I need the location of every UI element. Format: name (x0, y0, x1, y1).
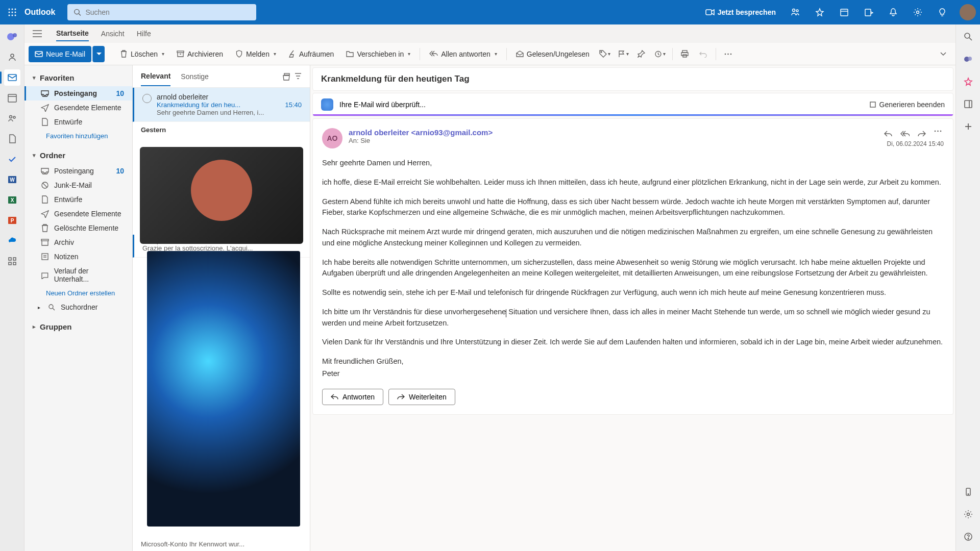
meet-now-label: Jetzt besprechen (718, 8, 776, 16)
right-rail-ribbon-icon[interactable] (960, 73, 976, 90)
search-input[interactable] (85, 8, 250, 16)
flag-button[interactable]: ▾ (615, 46, 631, 62)
select-all-icon[interactable] (282, 72, 290, 81)
rail-powerpoint-icon[interactable]: P (4, 212, 20, 229)
list-tab-focused[interactable]: Relevant (141, 67, 170, 86)
premium-icon[interactable] (808, 0, 831, 24)
rail-people-icon[interactable] (4, 110, 20, 127)
nav-searchfolders[interactable]: ▸Suchordner (24, 300, 132, 314)
nav-drafts2[interactable]: Entwürfe (24, 192, 132, 207)
app-name[interactable]: Outlook (24, 8, 55, 17)
favorites-section[interactable]: ▾Favoriten (24, 69, 132, 86)
notifications-icon[interactable] (882, 0, 904, 24)
print-button[interactable] (677, 46, 693, 62)
nav-deleted[interactable]: Gelöschte Elemente (24, 221, 132, 235)
nav-drafts[interactable]: Entwürfe (24, 115, 132, 129)
calendar-peek-icon[interactable] (833, 0, 855, 24)
forward-icon[interactable] (916, 128, 928, 139)
highlight-1: unvorhergesehene (444, 308, 506, 316)
rail-excel-icon[interactable]: X (4, 192, 20, 208)
rail-contacts-icon[interactable] (4, 49, 20, 65)
svg-point-76 (935, 131, 936, 132)
nav-sent[interactable]: Gesendete Elemente (24, 101, 132, 115)
message-list: Relevant Sonstige arnold oberleiter Kran… (133, 65, 310, 551)
tab-view[interactable]: Ansicht (101, 27, 125, 41)
sender-name[interactable]: arnold oberleiter <arnio93@gmail.com> (349, 128, 876, 137)
undo-button[interactable] (695, 46, 712, 62)
right-rail-search-icon[interactable] (960, 29, 976, 45)
filter-icon[interactable] (295, 72, 302, 81)
right-rail-phone-icon[interactable] (960, 484, 976, 500)
settings-icon[interactable] (906, 0, 929, 24)
forward-button[interactable]: Weiterleiten (388, 389, 455, 405)
svg-rect-33 (9, 258, 11, 260)
folders-section[interactable]: ▾Ordner (24, 147, 132, 164)
snooze-button[interactable]: ▾ (652, 46, 668, 62)
teams-icon[interactable] (784, 0, 806, 24)
archive-button[interactable]: Archivieren (172, 46, 228, 62)
rail-word-icon[interactable]: W (4, 171, 20, 188)
collapse-ribbon-icon[interactable] (935, 46, 951, 62)
body-p8: Vielen Dank für Ihr Verständnis und Ihre… (322, 337, 944, 348)
new-mail-split[interactable] (92, 46, 105, 62)
checkbox-icon[interactable] (142, 94, 152, 103)
read-unread-button[interactable]: Gelesen/Ungelesen (511, 46, 595, 62)
stop-generating-button[interactable]: Generieren beenden (869, 101, 945, 109)
svg-point-9 (75, 9, 79, 14)
tips-icon[interactable] (931, 0, 953, 24)
svg-rect-66 (42, 254, 48, 260)
rail-mail-icon[interactable] (4, 69, 20, 86)
rail-files-icon[interactable] (4, 131, 20, 147)
nav-history[interactable]: Verlauf der Unterhalt... (24, 264, 132, 286)
right-rail-settings2-icon[interactable] (960, 506, 976, 522)
msg-item-1[interactable]: arnold oberleiter Krankmeldung für den h… (133, 88, 310, 122)
right-rail-add-icon[interactable] (960, 118, 976, 135)
rail-more-apps-icon[interactable] (4, 253, 20, 269)
nav-notes[interactable]: Notizen (24, 249, 132, 264)
groups-section[interactable]: ▸Gruppen (24, 318, 132, 335)
profile-avatar[interactable] (960, 4, 976, 20)
nav-junk[interactable]: Junk-E-Mail (24, 178, 132, 192)
archive-icon (177, 50, 184, 58)
more-actions-icon[interactable] (932, 128, 944, 134)
tab-home[interactable]: Startseite (56, 26, 89, 41)
new-folder[interactable]: Neuen Ordner erstellen (24, 286, 132, 300)
rail-todo-icon[interactable] (4, 151, 20, 167)
chevron-down-icon: ▾ (408, 51, 410, 57)
rail-onedrive-icon[interactable] (4, 233, 20, 249)
hamburger-icon[interactable] (33, 30, 42, 37)
app-launcher-icon[interactable] (4, 4, 20, 20)
more-button[interactable] (720, 46, 737, 62)
right-rail-copilot-icon[interactable] (960, 51, 976, 67)
right-rail-help-icon[interactable] (960, 529, 976, 545)
pin-button[interactable] (633, 46, 650, 62)
move-button[interactable]: Verschieben in▾ (341, 46, 415, 62)
tab-help[interactable]: Hilfe (137, 27, 151, 41)
nav-archive[interactable]: Archiv (24, 235, 132, 249)
svg-rect-71 (284, 73, 289, 75)
my-day-icon[interactable] (857, 0, 880, 24)
add-favorite[interactable]: Favoriten hinzufügen (24, 129, 132, 143)
rail-home-icon[interactable] (4, 29, 20, 45)
draft-icon (41, 118, 49, 126)
reply-icon[interactable] (882, 128, 894, 139)
meet-now-button[interactable]: Jetzt besprechen (699, 8, 782, 16)
delete-button[interactable]: Löschen▾ (115, 46, 169, 62)
inbox-icon (41, 167, 49, 175)
search-box[interactable] (67, 4, 256, 20)
list-tab-other[interactable]: Sonstige (181, 67, 208, 86)
reply-all-icon[interactable] (898, 128, 912, 139)
right-rail-expand-icon[interactable] (960, 96, 976, 112)
nav-sent2[interactable]: Gesendete Elemente (24, 207, 132, 221)
tag-button[interactable]: ▾ (597, 46, 613, 62)
rail-calendar-icon[interactable] (4, 90, 20, 106)
report-button[interactable]: Melden▾ (230, 46, 281, 62)
sweep-button[interactable]: Aufräumen (283, 46, 339, 62)
new-mail-button[interactable]: Neue E-Mail (29, 46, 91, 62)
nav-inbox[interactable]: Posteingang10 (24, 86, 132, 101)
reply-button[interactable]: Antworten (322, 389, 383, 405)
nav-inbox2[interactable]: Posteingang10 (24, 164, 132, 178)
reply-all-button[interactable]: Allen antworten▾ (424, 46, 502, 62)
sender-avatar[interactable]: AO (322, 128, 342, 148)
reply-all-icon (429, 50, 438, 58)
